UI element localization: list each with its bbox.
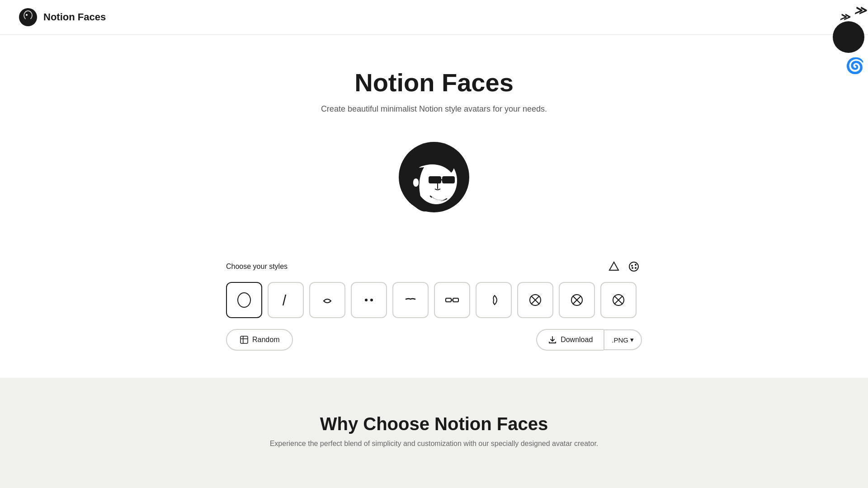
avatar-preview [18,132,850,222]
download-label: Download [561,336,593,344]
svg-point-16 [632,267,633,269]
option-eyes[interactable] [351,282,387,318]
svg-point-14 [635,264,637,266]
color-picker-icon[interactable] [626,258,642,275]
svg-rect-35 [243,336,244,343]
deco-dark-circle [833,21,864,53]
deco-arrow-icon: ≫ [854,4,864,18]
action-row: Random Download .PNG ▾ [226,329,642,351]
header-title: Notion Faces [43,11,106,23]
option-accessory-3[interactable] [600,282,637,318]
hero-section: Notion Faces Create beautiful minimalist… [0,41,868,258]
style-label: Choose your styles [226,263,288,271]
svg-rect-21 [446,298,451,302]
svg-point-19 [365,299,368,301]
header: Notion Faces ≫ [0,0,868,35]
avatar-svg [389,132,479,222]
svg-point-17 [238,293,250,307]
why-title: Why Choose Notion Faces [18,414,850,434]
format-button[interactable]: .PNG ▾ [604,329,642,350]
svg-rect-22 [453,298,458,302]
download-button[interactable]: Download [536,329,604,351]
svg-rect-2 [25,17,31,23]
main-content: Notion Faces Create beautiful minimalist… [0,0,868,488]
style-header: Choose your styles [226,258,642,275]
option-accessory-2[interactable] [559,282,595,318]
option-hair[interactable] [268,282,304,318]
why-section: Why Choose Notion Faces Experience the p… [0,378,868,488]
logo-icon [18,7,38,27]
svg-point-13 [631,265,633,267]
random-button[interactable]: Random [226,329,293,351]
option-face-shape[interactable] [226,282,262,318]
random-icon [240,335,249,344]
chevron-down-icon: ▾ [630,336,634,344]
option-eyebrows[interactable] [392,282,429,318]
palette-toggle-icon[interactable] [606,258,622,275]
svg-marker-11 [609,262,618,270]
svg-point-15 [635,267,637,269]
style-icons [606,258,642,275]
random-label: Random [252,336,279,344]
svg-rect-34 [241,338,248,339]
svg-point-12 [629,262,638,271]
header-left: Notion Faces [18,7,106,27]
hero-title: Notion Faces [18,68,850,97]
svg-rect-33 [241,336,248,343]
svg-point-3 [26,14,28,16]
svg-rect-6 [429,176,441,183]
format-label: .PNG [612,336,628,344]
svg-point-20 [370,299,373,301]
hero-subtitle: Create beautiful minimalist Notion style… [18,104,850,114]
option-row [226,282,642,318]
svg-point-10 [413,178,419,187]
svg-line-18 [283,295,286,305]
option-mouth[interactable] [309,282,345,318]
top-right-decorations: ≫ 🌀 [829,0,868,78]
style-section: Choose your styles [208,258,660,378]
option-accessory-1[interactable] [517,282,553,318]
download-icon [548,335,557,344]
svg-rect-7 [442,176,455,183]
option-glasses[interactable] [434,282,470,318]
why-subtitle: Experience the perfect blend of simplici… [18,440,850,448]
download-group: Download .PNG ▾ [536,329,642,351]
deco-spiral-icon: 🌀 [845,56,864,75]
option-ear[interactable] [476,282,512,318]
